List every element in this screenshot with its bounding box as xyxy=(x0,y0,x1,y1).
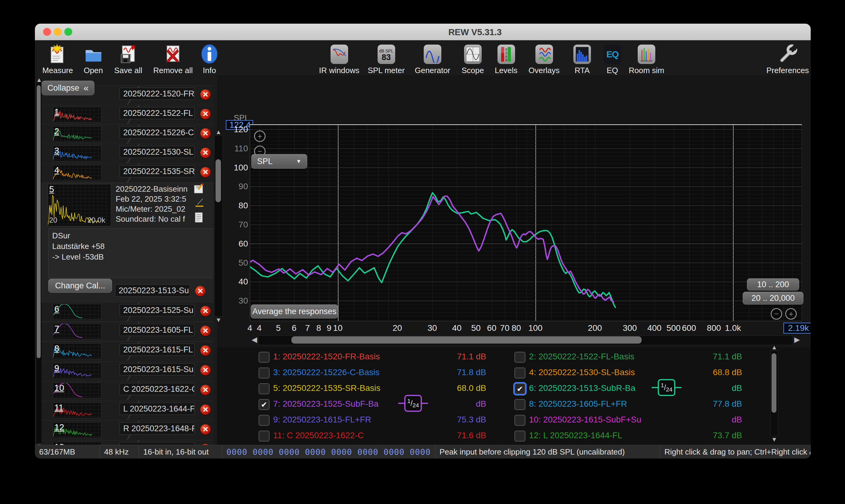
legend-trace-name[interactable]: 9: 20250223-1615-FL+FR xyxy=(273,415,371,425)
measurement-row[interactable]: 2 20250222-15226-C ✕ xyxy=(41,124,213,143)
measurement-row[interactable]: 3 20250222-1530-SL ✕ xyxy=(41,144,213,163)
range-20-20000-button[interactable]: 20 .. 20,000 xyxy=(743,292,804,304)
toolbar-overlays-button[interactable]: Overlays xyxy=(527,42,562,75)
legend-trace-name[interactable]: 3: 20250222-15226-C-Basis xyxy=(273,367,379,377)
toolbar-measure-button[interactable]: Measure xyxy=(42,42,73,75)
trace-visibility-checkbox[interactable]: ✔ xyxy=(259,399,270,410)
measurement-row[interactable]: 1 20250222-1522-FL ✕ xyxy=(41,105,213,124)
graph-type-dropdown[interactable]: SPL ▼ xyxy=(251,154,307,168)
trace-visibility-checkbox[interactable] xyxy=(515,399,525,410)
range-10-200-button[interactable]: 10 .. 200 xyxy=(747,278,799,290)
trace-visibility-checkbox[interactable] xyxy=(515,431,525,442)
trace-visibility-checkbox[interactable] xyxy=(259,352,270,363)
legend-trace-name[interactable]: 2: 20250222-1522-FL-Basis xyxy=(529,352,634,361)
trace-visibility-checkbox[interactable] xyxy=(259,415,270,426)
toolbar-irwindows-button[interactable]: IR windows xyxy=(317,42,361,75)
legend-trace-name[interactable]: 11: C 20250223-1622-C xyxy=(273,431,364,440)
measurement-row[interactable]: 4 20250222-1535-SR ✕ xyxy=(41,163,213,182)
trace-visibility-checkbox[interactable] xyxy=(259,431,270,442)
collapse-sidebar-button[interactable]: Collapse« xyxy=(41,81,94,95)
toolbar-saveall-button[interactable]: Save all xyxy=(111,42,146,75)
trace-visibility-checkbox[interactable] xyxy=(515,352,525,363)
legend-scrollbar-thumb[interactable] xyxy=(772,353,776,413)
graph-vertical-scrollbar-thumb[interactable] xyxy=(215,159,221,202)
zoom-in-y-icon[interactable]: + xyxy=(254,130,265,142)
measurement-name-field[interactable]: 20250222-1530-SL xyxy=(120,146,194,158)
delete-measurement-icon[interactable]: ✕ xyxy=(200,385,211,395)
toolbar-eq-button[interactable]: EQ EQ xyxy=(600,42,625,75)
measurement-name-field[interactable]: 20250222-1535-SR xyxy=(120,165,194,177)
sidebar-scrollbar[interactable]: ▲ ▼ xyxy=(36,82,42,443)
minimize-window-button[interactable] xyxy=(54,28,62,36)
measurement-name-field[interactable]: 20250223-1513-Su xyxy=(115,285,190,296)
delete-measurement-icon[interactable]: ✕ xyxy=(200,326,211,336)
legend-trace-name[interactable]: 4: 20250222-1530-SL-Basis xyxy=(529,367,635,377)
sidebar-scroll-up-icon[interactable]: ▲ xyxy=(36,77,41,83)
delete-measurement-icon[interactable]: ✕ xyxy=(200,365,211,375)
measurement-name-field[interactable]: 20250222-1522-FL xyxy=(120,107,194,119)
graph-scroll-up-icon[interactable]: ▲ xyxy=(214,129,223,135)
legend-trace-name[interactable]: 7: 20250223-1525-SubF-Ba xyxy=(273,399,379,409)
delete-measurement-icon[interactable]: ✕ xyxy=(195,286,206,296)
delete-measurement-icon[interactable]: ✕ xyxy=(200,167,211,177)
delete-measurement-icon[interactable]: ✕ xyxy=(200,345,211,356)
delete-measurement-icon[interactable]: ✕ xyxy=(200,148,211,158)
measurement-row[interactable]: 11 L 20250223-1644-F ✕ xyxy=(41,401,213,420)
delete-measurement-icon[interactable]: ✕ xyxy=(200,404,211,415)
legend-scroll-up-icon[interactable]: ▲ xyxy=(771,344,778,350)
measurement-name-field[interactable]: L 20250223-1644-F xyxy=(120,403,194,415)
measurement-row[interactable]: 12 R 20250223-1648-F ✕ xyxy=(41,420,213,439)
legend-trace-name[interactable]: 10: 20250223-1615-SubF+Su xyxy=(529,415,641,425)
measurement-name-field[interactable]: C 20250223-1622-C xyxy=(120,383,194,395)
measurement-row[interactable]: 10 C 20250223-1622-C ✕ xyxy=(41,381,213,400)
edit-pen-icon[interactable] xyxy=(194,197,205,209)
measurement-row[interactable]: 8 20250223-1615-FL ✕ xyxy=(41,341,213,361)
graph-scroll-right-icon[interactable]: ▶ xyxy=(794,337,800,343)
toolbar-splmeter-button[interactable]: dB SPL83 SPL meter xyxy=(367,42,405,75)
zoom-out-x-icon[interactable]: − xyxy=(771,308,782,320)
trace-visibility-checkbox[interactable] xyxy=(515,367,525,378)
legend-trace-name[interactable]: 12: L 20250223-1644-FL xyxy=(529,431,622,440)
x-axis-max-field[interactable]: 2.19k xyxy=(783,323,811,334)
legend-trace-name[interactable]: 6: 20250223-1513-SubR-Ba xyxy=(529,383,635,393)
measurement-name-field[interactable]: 20250223-1615-Su xyxy=(120,363,194,375)
graph-vertical-scrollbar[interactable]: ▲ ▼ xyxy=(214,135,223,317)
measurement-row[interactable]: 7 20250223-1605-FL ✕ xyxy=(41,322,213,341)
measurement-row[interactable]: 13 ✕ xyxy=(41,440,213,445)
measurement-name-field[interactable]: 20250223-1605-FL xyxy=(120,324,194,336)
sidebar-scrollbar-thumb[interactable] xyxy=(37,85,41,358)
toolbar-preferences-button[interactable]: Preferences xyxy=(763,42,811,75)
close-window-button[interactable] xyxy=(43,28,51,36)
trace-visibility-checkbox[interactable] xyxy=(259,367,270,378)
toolbar-scope-button[interactable]: Scope xyxy=(458,42,487,75)
graph-scroll-left-icon[interactable]: ◀ xyxy=(251,337,258,343)
zoom-in-x-icon[interactable]: + xyxy=(785,308,797,320)
toolbar-generator-button[interactable]: Generator xyxy=(416,42,449,75)
toolbar-info-button[interactable]: Info xyxy=(199,42,220,75)
trace-visibility-checkbox[interactable] xyxy=(259,383,270,394)
measurement-row[interactable]: 6 20250223-1525-Su ✕ xyxy=(41,302,213,321)
measurement-notes[interactable]: DSurLautstärke +58-> Level -53dB xyxy=(48,228,213,278)
spl-plot-area[interactable] xyxy=(250,125,802,321)
delete-measurement-icon[interactable]: ✕ xyxy=(200,424,211,435)
measurement-name-field[interactable]: 20250222-1520-FR xyxy=(120,88,194,100)
smoothing-badge[interactable]: 1/24 xyxy=(398,397,428,410)
average-responses-button[interactable]: Average the responses xyxy=(251,304,338,319)
trace-visibility-checkbox[interactable] xyxy=(515,415,525,426)
measurement-name-field[interactable]: R 20250223-1648-F xyxy=(120,422,194,435)
graph-horizontal-scrollbar-thumb[interactable] xyxy=(291,336,642,344)
toolbar-removeall-button[interactable]: Remove all xyxy=(153,42,193,75)
measurement-name-field[interactable] xyxy=(120,442,194,445)
graph-scroll-down-icon[interactable]: ▼ xyxy=(214,317,223,323)
measurement-name-field[interactable]: 20250223-1615-FL xyxy=(120,344,194,356)
save-edit-icon[interactable] xyxy=(194,183,205,195)
smoothing-badge[interactable]: 1/24 xyxy=(652,381,682,394)
toolbar-roomsim-button[interactable]: Room sim xyxy=(625,42,668,75)
zoom-window-button[interactable] xyxy=(64,28,72,36)
toolbar-rta-button[interactable]: RTA xyxy=(570,42,594,75)
toolbar-open-button[interactable]: Open xyxy=(79,42,108,75)
delete-measurement-icon[interactable]: ✕ xyxy=(200,128,211,139)
legend-trace-name[interactable]: 1: 20250222-1520-FR-Basis xyxy=(273,352,380,361)
notes-icon[interactable] xyxy=(194,212,204,224)
delete-measurement-icon[interactable]: ✕ xyxy=(200,306,211,316)
